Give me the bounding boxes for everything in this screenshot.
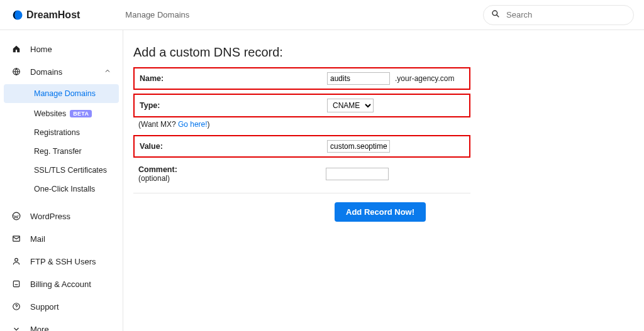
sidebar-sub-reg-transfer[interactable]: Reg. Transfer bbox=[0, 142, 123, 161]
brand-logo[interactable]: DreamHost bbox=[13, 9, 80, 21]
chevron-down-icon bbox=[11, 325, 21, 331]
sidebar-item-label: Websites bbox=[34, 109, 66, 118]
add-record-button[interactable]: Add Record Now! bbox=[335, 202, 426, 222]
name-input[interactable] bbox=[327, 72, 390, 85]
user-icon bbox=[11, 257, 21, 266]
sidebar-item-label: Registrations bbox=[34, 128, 80, 137]
search-icon bbox=[491, 9, 500, 20]
sidebar-item-label: Billing & Account bbox=[30, 279, 91, 289]
sidebar-item-ftp[interactable]: FTP & SSH Users bbox=[0, 250, 123, 273]
mx-help-suffix: ) bbox=[208, 120, 210, 129]
comment-input[interactable] bbox=[326, 168, 389, 180]
mx-help-link[interactable]: Go here! bbox=[178, 120, 208, 129]
sidebar-item-label: One-Click Installs bbox=[34, 185, 95, 193]
sidebar-item-label: Reg. Transfer bbox=[34, 147, 82, 156]
value-input[interactable] bbox=[327, 140, 390, 153]
field-label-value: Value: bbox=[140, 142, 322, 151]
sidebar-item-label: Mail bbox=[30, 234, 45, 244]
search-input[interactable] bbox=[505, 9, 626, 20]
svg-line-2 bbox=[497, 15, 499, 18]
svg-point-10 bbox=[16, 308, 17, 308]
svg-rect-7 bbox=[13, 281, 19, 286]
brand-name: DreamHost bbox=[26, 9, 80, 21]
field-sublabel-comment: (optional) bbox=[138, 174, 321, 183]
sidebar-sub-registrations[interactable]: Registrations bbox=[0, 123, 123, 142]
svg-point-1 bbox=[492, 11, 497, 16]
sidebar-item-billing[interactable]: Billing & Account bbox=[0, 273, 123, 295]
sidebar-item-label: Domains bbox=[30, 67, 62, 77]
sidebar-item-more[interactable]: More bbox=[0, 318, 123, 331]
sidebar-item-label: More bbox=[30, 325, 49, 332]
sidebar-item-home[interactable]: Home bbox=[0, 38, 123, 60]
sidebar-item-label: FTP & SSH Users bbox=[30, 257, 96, 266]
sidebar-item-label: Manage Domains bbox=[34, 89, 96, 98]
sidebar-item-wordpress[interactable]: WordPress bbox=[0, 205, 123, 227]
billing-icon bbox=[11, 279, 21, 288]
help-icon bbox=[11, 302, 21, 311]
sidebar: Home Domains Manage Domains Websites BET… bbox=[0, 30, 123, 331]
domain-suffix: .your-agency.com bbox=[395, 74, 454, 83]
sidebar-item-mail[interactable]: Mail bbox=[0, 227, 123, 250]
search-wrap[interactable] bbox=[483, 5, 634, 25]
sidebar-sub-manage-domains[interactable]: Manage Domains bbox=[4, 84, 119, 103]
form-row-value: Value: bbox=[133, 135, 470, 158]
sidebar-sub-websites[interactable]: Websites BETA bbox=[0, 104, 123, 123]
page-title: Add a custom DNS record: bbox=[133, 45, 624, 60]
type-select[interactable]: CNAME bbox=[327, 99, 374, 112]
form-row-comment: Comment: (optional) bbox=[133, 161, 470, 187]
form-row-name: Name: .your-agency.com bbox=[133, 67, 470, 90]
wordpress-icon bbox=[11, 212, 21, 220]
field-label-name: Name: bbox=[140, 74, 322, 83]
button-row: Add Record Now! bbox=[133, 193, 470, 222]
moon-icon bbox=[13, 10, 23, 20]
mail-icon bbox=[11, 234, 21, 243]
main-content: Add a custom DNS record: Name: .your-age… bbox=[123, 30, 644, 331]
breadcrumb: Manage Domains bbox=[125, 10, 189, 19]
sidebar-item-label: Support bbox=[30, 302, 59, 312]
field-label-type: Type: bbox=[140, 101, 322, 110]
sidebar-sub-oneclick[interactable]: One-Click Installs bbox=[0, 180, 123, 198]
sidebar-item-label: Home bbox=[30, 45, 52, 54]
chevron-up-icon bbox=[104, 67, 111, 77]
field-label-comment: Comment: bbox=[138, 165, 177, 174]
globe-icon bbox=[11, 67, 21, 76]
form-row-type: Type: CNAME bbox=[133, 94, 470, 117]
sidebar-sub-ssl[interactable]: SSL/TLS Certificates bbox=[0, 161, 123, 180]
sidebar-item-label: WordPress bbox=[30, 212, 70, 221]
beta-badge: BETA bbox=[70, 110, 92, 117]
mx-help-line: (Want MX? Go here!) bbox=[138, 120, 624, 129]
mx-help-prefix: (Want MX? bbox=[138, 120, 178, 129]
sidebar-item-domains[interactable]: Domains bbox=[0, 60, 123, 83]
sidebar-item-support[interactable]: Support bbox=[0, 295, 123, 318]
sidebar-item-label: SSL/TLS Certificates bbox=[34, 166, 107, 175]
home-icon bbox=[11, 45, 21, 53]
svg-point-6 bbox=[15, 258, 18, 261]
